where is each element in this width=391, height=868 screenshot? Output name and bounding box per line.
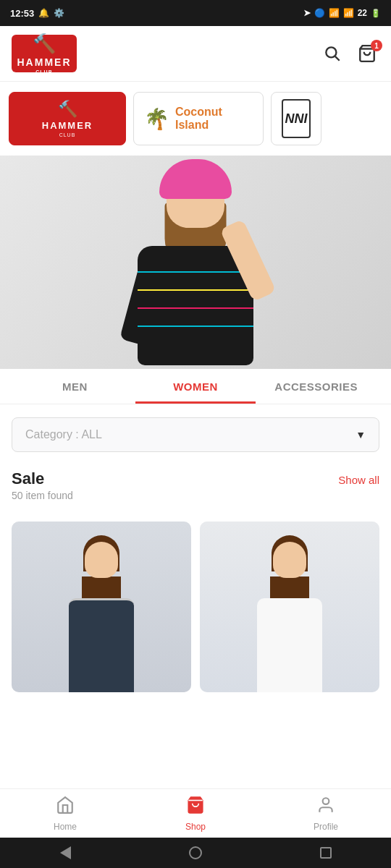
notification-icon: 🔔 [38,8,49,18]
stripe-4 [138,326,253,327]
tab-accessories[interactable]: ACCESSORIES [256,369,377,404]
tab-men[interactable]: MEN [14,369,135,404]
nni-text: NNI [285,111,308,127]
hammer-logo: 🔨 HAMMER CLUB [12,35,77,72]
battery-label: 22 [358,8,367,18]
hammer-tab-sub: CLUB [59,132,76,137]
brand-tab-coconut[interactable]: 🌴 Coconut Island [133,92,264,145]
p1-body [69,598,134,692]
svg-line-1 [335,56,340,61]
sys-back-button[interactable] [58,846,72,860]
figure-hat [159,159,232,199]
profile-icon [316,796,335,819]
stripe-2 [138,289,253,291]
nav-home-label: Home [54,822,77,832]
brand-tab-nni[interactable]: NNI [271,92,321,145]
category-value-text: ALL [81,428,101,441]
signal-icon: 📶 [329,8,340,18]
nav-profile-label: Profile [314,822,338,832]
sys-home-button[interactable] [188,846,203,860]
status-bar: 12:53 🔔 ⚙️ ➤ 🔵 📶 📶 22 🔋 [0,0,391,26]
product-card-2[interactable] [200,522,379,692]
stripe-3 [138,307,253,309]
p1-head [85,542,118,578]
brand-tab-hammer[interactable]: 🔨 HAMMER CLUB [9,92,126,145]
search-button[interactable] [320,41,345,66]
profile-icon-svg [316,796,335,814]
sale-section: Sale Show all 50 item found [0,465,391,522]
product-image-1 [12,522,191,692]
hero-person-figure [87,159,304,369]
nav-profile[interactable]: Profile [261,790,391,838]
p2-body [257,598,322,692]
nni-logo-box: NNI [282,99,311,138]
product-figure-1 [12,522,191,692]
svg-point-0 [326,47,336,57]
location-icon: ➤ [303,8,311,18]
recents-icon [320,847,332,859]
tab-accessories-label: ACCESSORIES [274,380,358,393]
sys-recents-button[interactable] [319,846,333,860]
product-figure-2 [200,522,379,692]
status-time: 12:53 🔔 ⚙️ [10,8,64,19]
battery-icon: 🔋 [371,9,381,18]
product-card-1[interactable] [12,522,191,692]
product-image-2 [200,522,379,692]
home-icon-svg [56,796,75,814]
settings-icon: ⚙️ [54,8,64,18]
bluetooth-icon: 🔵 [314,8,325,18]
status-right: ➤ 🔵 📶 📶 22 🔋 [303,8,381,18]
tab-women[interactable]: WOMEN [135,369,256,404]
category-dropdown-label: Category : ALL [25,428,102,441]
coconut-label: Coconut Island [175,106,253,132]
system-nav-bar [0,838,391,868]
p2-head [273,542,306,578]
header-actions: 1 [320,41,379,66]
tab-women-label: WOMEN [173,380,218,393]
brand-tab-bar: 🔨 HAMMER CLUB 🌴 Coconut Island NNI [0,82,391,156]
tab-men-label: MEN [62,380,88,393]
back-icon [60,846,71,859]
dropdown-arrow-icon: ▼ [356,429,366,441]
hero-image [0,156,391,369]
search-icon [323,44,342,63]
wifi-icon: 📶 [343,8,354,18]
cart-button[interactable]: 1 [355,41,379,66]
sale-header: Sale Show all [12,469,379,488]
category-tab-bar: MEN WOMEN ACCESSORIES [0,369,391,404]
sale-title: Sale [12,469,44,488]
hammer-icon-svg: 🔨 [33,33,56,55]
show-all-button[interactable]: Show all [338,474,379,486]
stripe-1 [138,271,253,273]
hammer-tab-icon: 🔨 [58,100,77,119]
home-icon [56,796,75,819]
bottom-nav: Home Shop Profile [0,788,391,838]
logo[interactable]: 🔨 HAMMER CLUB [12,35,77,72]
app-header: 🔨 HAMMER CLUB 1 [0,26,391,82]
logo-text: HAMMER [17,56,72,68]
sale-count: 50 item found [12,490,379,501]
shop-icon-svg [186,796,205,814]
nav-home[interactable]: Home [0,790,130,838]
hero-banner [0,156,391,369]
category-dropdown[interactable]: Category : ALL ▼ [12,417,379,452]
coconut-palm-icon: 🌴 [144,107,169,131]
time-label: 12:53 [10,8,34,19]
cart-badge: 1 [371,40,382,51]
svg-point-4 [323,798,329,804]
product-grid [0,522,391,707]
logo-subtext: CLUB [35,69,52,75]
nav-shop[interactable]: Shop [130,790,261,838]
shop-icon [186,796,205,819]
nav-shop-label: Shop [185,822,206,832]
home-sys-icon [189,846,202,859]
hammer-tab-text: HAMMER [42,120,93,131]
category-label-text: Category : [25,428,81,441]
